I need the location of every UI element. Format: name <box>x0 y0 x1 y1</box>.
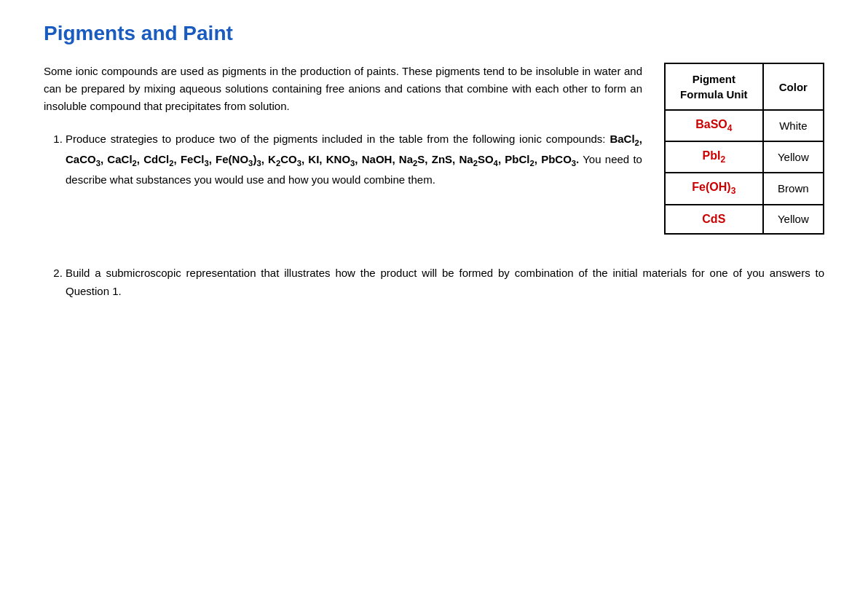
pigment-table-container: PigmentFormula Unit Color BaSO4 White Pb… <box>664 63 824 235</box>
table-row: Fe(OH)3 Brown <box>665 173 824 204</box>
intro-paragraph: Some ionic compounds are used as pigment… <box>44 63 642 115</box>
col-header-formula: PigmentFormula Unit <box>665 63 763 110</box>
color-feoh3: Brown <box>763 173 824 204</box>
color-pbi2: Yellow <box>763 141 824 173</box>
table-row: PbI2 Yellow <box>665 141 824 173</box>
table-header-row: PigmentFormula Unit Color <box>665 63 824 110</box>
question-2: Build a submicroscopic representation th… <box>66 264 824 301</box>
pigment-table: PigmentFormula Unit Color BaSO4 White Pb… <box>664 63 824 235</box>
question-2-section: Build a submicroscopic representation th… <box>44 264 824 301</box>
page-title: Pigments and Paint <box>44 22 824 45</box>
table-row: BaSO4 White <box>665 110 824 141</box>
col-header-color: Color <box>763 63 824 110</box>
formula-baso4: BaSO4 <box>665 110 763 141</box>
color-cds: Yellow <box>763 205 824 234</box>
questions-list: Produce strategies to produce two of the… <box>44 130 642 189</box>
question-1: Produce strategies to produce two of the… <box>66 130 642 189</box>
q2-text: Build a submicroscopic representation th… <box>66 267 824 298</box>
q1-text-before: Produce strategies to produce two of the… <box>66 133 609 145</box>
text-block: Some ionic compounds are used as pigment… <box>44 63 642 201</box>
table-row: CdS Yellow <box>665 205 824 234</box>
formula-pbi2: PbI2 <box>665 141 763 173</box>
formula-cds: CdS <box>665 205 763 234</box>
color-baso4: White <box>763 110 824 141</box>
formula-feoh3: Fe(OH)3 <box>665 173 763 204</box>
main-content: Some ionic compounds are used as pigment… <box>44 63 824 235</box>
